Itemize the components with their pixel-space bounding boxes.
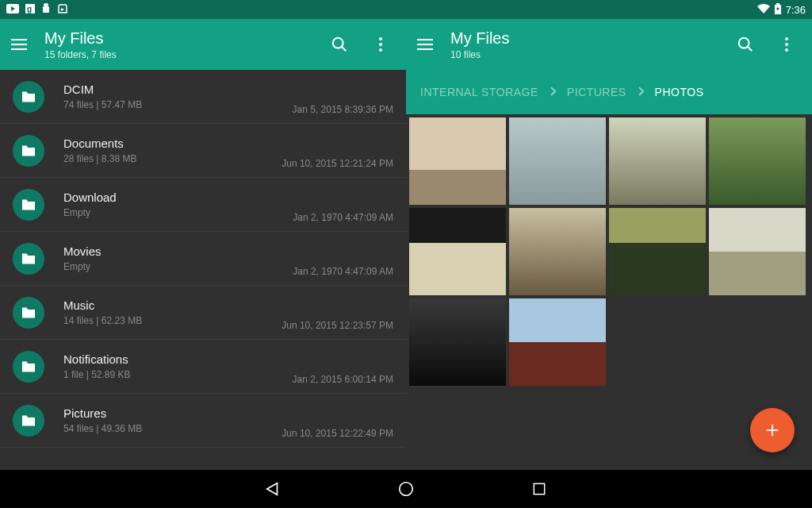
more-vert-icon <box>785 37 788 52</box>
folder-icon <box>21 306 36 319</box>
photo-thumbnail[interactable] <box>609 208 706 295</box>
chevron-right-icon <box>638 87 644 98</box>
folder-date: Jun 10, 2015 12:23:57 PM <box>282 320 393 331</box>
app-title: My Files <box>450 29 509 48</box>
svg-text:g: g <box>27 5 32 13</box>
svg-line-12 <box>748 47 753 52</box>
list-item[interactable]: Documents28 files | 8.38 MBJun 10, 2015 … <box>0 124 406 178</box>
svg-point-11 <box>739 38 749 48</box>
folder-icon <box>21 414 36 427</box>
folder-meta: 54 files | 49.36 MB <box>63 423 282 434</box>
svg-rect-10 <box>776 3 779 5</box>
folder-name: Music <box>63 298 282 312</box>
folder-avatar <box>13 243 44 275</box>
photo-thumbnail[interactable] <box>709 117 806 205</box>
nav-back-button[interactable] <box>262 478 284 500</box>
search-button[interactable] <box>330 35 349 54</box>
folder-meta: 14 files | 62.23 MB <box>63 315 282 326</box>
folder-avatar <box>13 351 44 383</box>
youtube-icon <box>6 3 19 17</box>
folder-avatar <box>13 297 44 329</box>
google-plus-icon: g <box>25 3 35 17</box>
folder-meta: Empty <box>63 261 293 272</box>
overflow-button[interactable] <box>777 35 796 54</box>
app-subtitle: 15 folders, 7 files <box>44 49 117 60</box>
photo-thumbnail[interactable] <box>509 117 606 205</box>
photo-thumbnail[interactable] <box>409 117 506 205</box>
wifi-icon <box>757 4 770 16</box>
folder-date: Jan 2, 1970 4:47:09 AM <box>293 212 393 223</box>
folder-name: Download <box>63 190 293 204</box>
list-item[interactable]: DCIM74 files | 57.47 MBJan 5, 2015 8:39:… <box>0 70 406 124</box>
photo-thumbnail[interactable] <box>509 298 606 386</box>
folder-date: Jun 10, 2015 12:22:49 PM <box>282 428 393 439</box>
svg-point-7 <box>333 38 343 48</box>
svg-rect-6 <box>44 3 48 6</box>
menu-button[interactable] <box>10 35 29 54</box>
panel-left: g My Files 15 folders, 7 files <box>0 0 406 470</box>
photo-thumbnail[interactable] <box>509 208 606 295</box>
folder-date: Jan 2, 1970 4:47:09 AM <box>293 266 393 277</box>
folder-meta: 1 file | 52.89 KB <box>63 369 293 380</box>
navigation-bar <box>0 470 812 508</box>
appbar-right: My Files 10 files <box>406 19 812 70</box>
folder-meta: 28 files | 8.38 MB <box>63 153 282 164</box>
photo-thumbnail[interactable] <box>709 208 806 295</box>
list-item[interactable]: MoviesEmptyJan 2, 1970 4:47:09 AM <box>0 232 406 286</box>
statusbar-left: g <box>0 0 406 19</box>
folder-name: DCIM <box>63 83 293 96</box>
list-item[interactable]: Notifications1 file | 52.89 KBJan 2, 201… <box>0 340 406 394</box>
list-item[interactable]: Music14 files | 62.23 MBJun 10, 2015 12:… <box>0 286 406 340</box>
battery-icon <box>775 3 781 17</box>
app-subtitle: 10 files <box>450 49 509 60</box>
svg-line-8 <box>342 47 347 52</box>
nav-recents-button[interactable] <box>528 478 550 500</box>
recents-icon <box>531 481 547 497</box>
folder-date: Jan 2, 2015 6:00:14 PM <box>293 374 393 385</box>
svg-rect-16 <box>534 483 544 494</box>
breadcrumb-item[interactable]: PICTURES <box>567 86 626 98</box>
list-item[interactable]: DownloadEmptyJan 2, 1970 4:47:09 AM <box>0 178 406 232</box>
search-icon <box>737 36 754 53</box>
folder-meta: Empty <box>63 207 293 218</box>
photo-grid[interactable] <box>406 114 812 470</box>
play-store-icon <box>57 3 68 17</box>
folder-name: Pictures <box>63 406 282 420</box>
search-button[interactable] <box>736 35 755 54</box>
folder-icon <box>21 360 36 373</box>
folder-list[interactable]: DCIM74 files | 57.47 MBJan 5, 2015 8:39:… <box>0 70 406 470</box>
folder-avatar <box>13 81 44 113</box>
svg-rect-3 <box>43 6 49 13</box>
clock-label: 7:36 <box>786 4 806 16</box>
photo-thumbnail[interactable] <box>609 117 706 205</box>
folder-icon <box>21 90 36 103</box>
overflow-button[interactable] <box>371 35 390 54</box>
photo-thumbnail[interactable] <box>409 208 506 295</box>
home-icon <box>397 480 415 498</box>
photo-thumbnail[interactable] <box>409 298 506 386</box>
svg-point-15 <box>400 483 413 496</box>
nav-home-button[interactable] <box>395 478 417 500</box>
folder-avatar <box>13 135 44 167</box>
breadcrumb-item[interactable]: PHOTOS <box>655 86 704 98</box>
breadcrumb: INTERNAL STORAGEPICTURESPHOTOS <box>406 70 812 114</box>
menu-button[interactable] <box>416 35 435 54</box>
back-icon <box>264 480 282 498</box>
appbar-left: My Files 15 folders, 7 files <box>0 19 406 70</box>
panel-right: 7:36 My Files 10 files <box>406 0 812 470</box>
folder-icon <box>21 252 36 265</box>
breadcrumb-item[interactable]: INTERNAL STORAGE <box>420 86 538 98</box>
more-vert-icon <box>379 37 382 52</box>
folder-avatar <box>13 405 44 437</box>
folder-avatar <box>13 189 44 221</box>
folder-icon <box>21 144 36 157</box>
folder-icon <box>21 198 36 211</box>
statusbar-right: 7:36 <box>406 0 812 19</box>
folder-name: Documents <box>63 137 282 150</box>
list-item[interactable]: Pictures54 files | 49.36 MBJun 10, 2015 … <box>0 394 406 448</box>
android-icon <box>41 3 51 17</box>
search-icon <box>331 36 348 53</box>
folder-date: Jun 10, 2015 12:21:24 PM <box>282 158 393 169</box>
folder-date: Jan 5, 2015 8:39:36 PM <box>293 104 393 115</box>
fab-add-button[interactable] <box>750 408 795 452</box>
